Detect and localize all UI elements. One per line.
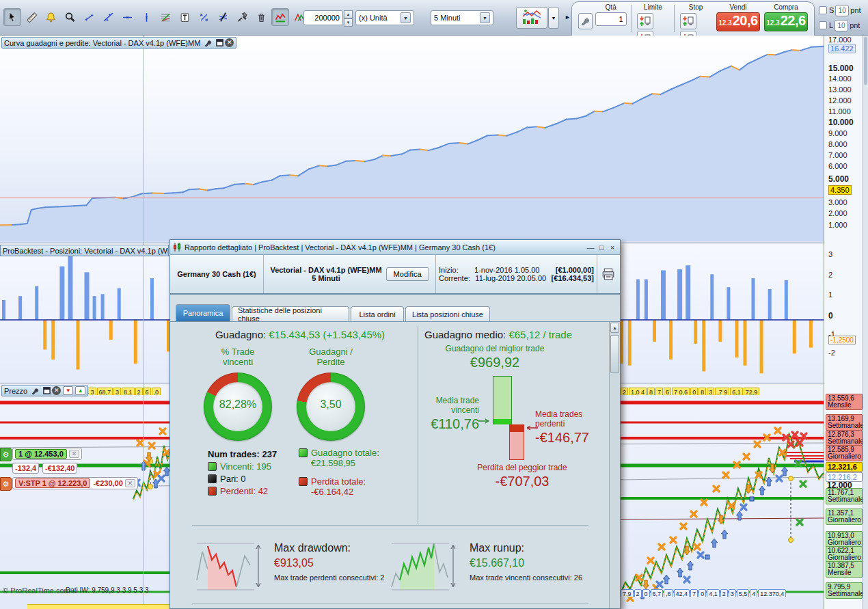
tool-remove-lines[interactable] bbox=[214, 8, 232, 26]
xaxis-data-text: Dati IW: 9.759,9 3 3 9 5 3 3 bbox=[66, 586, 149, 594]
maximize-icon[interactable]: □ bbox=[597, 243, 606, 252]
tool-zoom[interactable] bbox=[61, 8, 79, 26]
tick-value-label: 0 bbox=[690, 388, 698, 395]
tick-value-label: 2 bbox=[621, 388, 628, 395]
gain-loss-donut: 3,50 bbox=[297, 373, 365, 441]
scrollbar-thumb[interactable] bbox=[864, 37, 867, 85]
close-icon[interactable]: ✕ bbox=[225, 38, 234, 47]
tool-text[interactable] bbox=[176, 8, 193, 26]
unit-dropdown[interactable]: (x) Unità ▼ bbox=[355, 10, 414, 25]
remove-lines-icon bbox=[217, 12, 229, 23]
l-points-input[interactable]: 10 bbox=[835, 20, 848, 31]
axis-label: 5.000 bbox=[828, 174, 849, 184]
axis-label: -1,2500 bbox=[828, 336, 856, 344]
modify-button[interactable]: Modifica bbox=[386, 267, 429, 281]
tab-lista-ordini[interactable]: Lista ordini bbox=[351, 306, 404, 321]
stop-checkbox[interactable] bbox=[819, 6, 827, 14]
chevron-down-icon[interactable]: ▼ bbox=[480, 12, 490, 23]
restore-window-icon[interactable] bbox=[42, 386, 52, 395]
scroll-up-icon[interactable]: ▲ bbox=[610, 323, 619, 333]
legend-total-loss: Perdita totale: -€6.164,42 bbox=[299, 476, 366, 497]
order-value-label: ,8 bbox=[664, 589, 673, 597]
best-trade-bar bbox=[493, 376, 512, 424]
tool-horizontal-line[interactable] bbox=[118, 8, 136, 26]
tab-panoramica[interactable]: Panoramica bbox=[176, 304, 230, 321]
current-amount: [€16.434,53] bbox=[552, 274, 594, 282]
sell-button[interactable]: 12.3 20,6 bbox=[716, 12, 760, 31]
axis-label: 10.000 bbox=[828, 118, 854, 127]
avg-gain-summary: Guadagno medio: €65,12 / trade bbox=[424, 329, 609, 340]
system-cell: Vectorial - DAX v4.1p (WFE)MM 5 Minuti M… bbox=[264, 255, 436, 293]
price-level-label: 11.357,1Giornaliero bbox=[826, 509, 863, 525]
quantity-stepper[interactable]: ▲▼ bbox=[344, 10, 353, 25]
position-size-price: 1 @ 12.453,0 bbox=[15, 449, 67, 459]
axis-label: 3.000 bbox=[828, 198, 847, 206]
total-gain-label: Guadagno totale: bbox=[311, 448, 379, 458]
close-icon[interactable]: ✕ bbox=[52, 386, 61, 395]
buy-arrow-icon[interactable]: ▲ bbox=[75, 386, 85, 395]
position-pnl-euro: -€132,40 bbox=[42, 463, 77, 474]
wrench-icon[interactable] bbox=[202, 38, 213, 47]
close-icon[interactable]: ✕ bbox=[125, 479, 136, 487]
limit-checkbox[interactable] bbox=[819, 21, 827, 29]
sell-arrow-icon[interactable]: ▼ bbox=[63, 386, 73, 395]
printer-icon[interactable] bbox=[601, 267, 615, 281]
minimize-icon[interactable]: — bbox=[586, 243, 595, 252]
runup-value: €15.667,10 bbox=[470, 557, 524, 569]
tab-lista-posizioni-chiuse[interactable]: Lista posizioni chiuse bbox=[405, 306, 490, 321]
wrench-icon[interactable] bbox=[29, 386, 40, 395]
tool-ruler[interactable] bbox=[23, 8, 40, 26]
tool-vertical-line[interactable] bbox=[137, 8, 155, 26]
axis-label: 3 bbox=[828, 250, 832, 258]
dd-consecutive: Max trade perdenti consecutivi: 2 bbox=[274, 573, 384, 582]
timeframe-dropdown[interactable]: 5 Minuti ▼ bbox=[431, 10, 493, 25]
chart-style-dropdown[interactable]: ▼ bbox=[548, 7, 559, 29]
session-highlight-band bbox=[27, 604, 169, 609]
close-icon[interactable]: × bbox=[608, 243, 617, 252]
restore-window-icon[interactable] bbox=[215, 38, 225, 47]
stop-order-gear-icon[interactable]: ⚙ bbox=[0, 477, 12, 491]
tool-trend-segment[interactable] bbox=[80, 8, 98, 26]
avg-win-value: €110,76 bbox=[396, 416, 479, 432]
axis-label: 4.350 bbox=[828, 185, 852, 195]
quantity-input[interactable] bbox=[303, 10, 343, 25]
chart-style-button[interactable] bbox=[516, 7, 547, 29]
tool-zigzag[interactable] bbox=[271, 8, 289, 26]
order-value-label: 12.370,4 bbox=[758, 589, 786, 597]
tab-statistiche-delle-posizioni-chiuse[interactable]: Statistiche delle posizioni chiuse bbox=[232, 306, 349, 321]
tool-alarm[interactable] bbox=[42, 8, 59, 26]
trading-platform-window: ▲▼ (x) Unità ▼ 5 Minuti ▼ ▼ ► bbox=[0, 0, 868, 609]
dialog-scrollbar[interactable]: ▲ bbox=[609, 322, 620, 608]
window-scrollbar[interactable] bbox=[863, 36, 868, 609]
long-position-label[interactable]: 1 @ 12.453,0 ✕ bbox=[12, 448, 82, 460]
close-icon[interactable]: ✕ bbox=[69, 450, 80, 458]
dialog-titlebar[interactable]: Rapporto dettagliato | ProBacktest | Vec… bbox=[170, 240, 620, 255]
order-settings-button[interactable] bbox=[578, 13, 593, 29]
tool-fibonacci[interactable] bbox=[157, 8, 174, 26]
s-points-input[interactable]: 10 bbox=[835, 5, 849, 16]
trading-panel-expander[interactable]: ► bbox=[565, 14, 571, 21]
winning-trades-donut: 82,28% bbox=[204, 373, 272, 441]
stop-sell-button[interactable] bbox=[680, 13, 696, 29]
buy-price: 22,6 bbox=[781, 13, 806, 29]
buy-button[interactable]: 12.3 22,6 bbox=[764, 12, 808, 31]
tool-point-link[interactable] bbox=[195, 8, 213, 26]
crosshair-vertical bbox=[143, 36, 144, 604]
stop-order-label[interactable]: V:STP 1 @ 12.223,0 -€230,00 ✕ bbox=[12, 477, 138, 489]
order-qty-input[interactable] bbox=[595, 12, 627, 26]
chevron-down-icon[interactable]: ▼ bbox=[401, 12, 411, 23]
tool-trendline[interactable] bbox=[99, 8, 117, 26]
dd-value: €913,05 bbox=[274, 557, 314, 569]
tool-drawing-settings[interactable] bbox=[233, 8, 251, 26]
legend-total-gain: Guadagno totale: €21.598,95 bbox=[299, 448, 379, 468]
tool-trash[interactable] bbox=[252, 8, 270, 26]
tool-cursor[interactable] bbox=[3, 8, 21, 26]
price-panel-title: Prezzo bbox=[4, 387, 27, 395]
total-loss-value: -€6.164,42 bbox=[311, 487, 366, 497]
equity-curve-chart[interactable] bbox=[0, 36, 824, 243]
limite-sell-button[interactable] bbox=[637, 13, 653, 29]
scrollbar-thumb[interactable] bbox=[610, 335, 619, 373]
equity-panel-title: Curva guadagni e perdite: Vectorial - DA… bbox=[4, 39, 200, 47]
instrument-name: Germany 30 Cash (1€) bbox=[177, 270, 256, 278]
long-position-gear-icon[interactable]: ⚙ bbox=[0, 448, 12, 461]
